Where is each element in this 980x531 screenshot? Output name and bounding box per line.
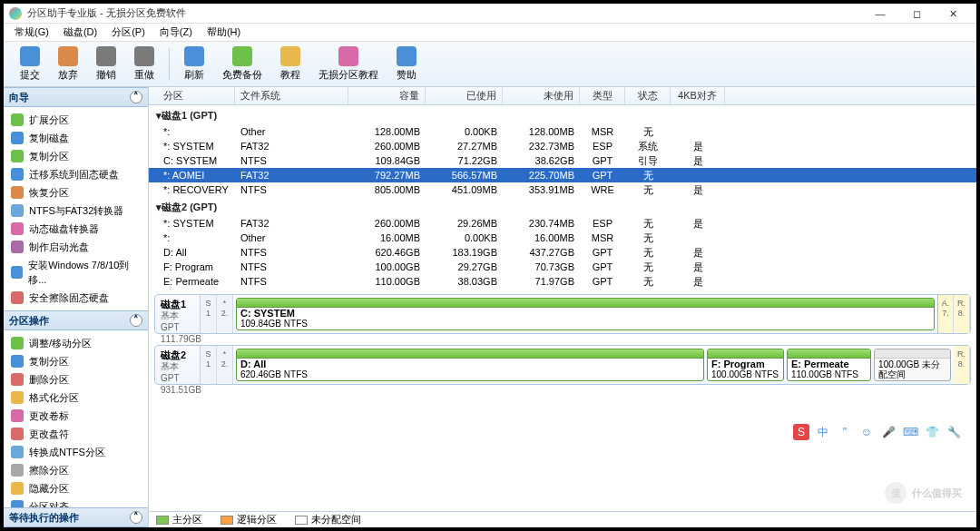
toolbar-label: 无损分区教程: [318, 68, 378, 82]
cell: 无: [625, 246, 671, 260]
col-header[interactable]: 状态: [625, 87, 671, 104]
cell: 70.73GB: [503, 261, 580, 272]
sidebar-item[interactable]: 隐藏分区: [4, 479, 148, 497]
cell: 109.84GB: [348, 155, 426, 166]
sidebar-item[interactable]: 安装Windows 7/8/10到移...: [4, 256, 148, 289]
partition-block[interactable]: D: All620.46GB NTFS: [236, 349, 704, 381]
ime-keyboard[interactable]: ⌨: [902, 424, 918, 440]
wizard-panel-header[interactable]: 向导 ˄: [4, 87, 148, 107]
partition-block[interactable]: 100.00GB 未分配空间: [874, 349, 951, 381]
toolbar-icon: [232, 46, 252, 66]
sidebar-item[interactable]: 格式化分区: [4, 388, 148, 407]
toolbar-免费备份[interactable]: 免费备份: [213, 43, 271, 85]
sidebar-item[interactable]: 复制分区: [4, 352, 148, 370]
menu-item[interactable]: 磁盘(D): [56, 25, 104, 39]
partition-block[interactable]: E: Permeate110.00GB NTFS: [787, 349, 871, 381]
close-button[interactable]: ✕: [935, 4, 971, 24]
disk-group[interactable]: ▾ 磁盘1 (GPT): [149, 105, 976, 124]
sidebar-item[interactable]: 转换成NTFS分区: [4, 443, 148, 461]
cell: MSR: [580, 232, 625, 243]
ime-lang[interactable]: 中: [815, 424, 831, 440]
partition-row[interactable]: C: SYSTEMNTFS109.84GB71.22GB38.62GBGPT引导…: [149, 153, 976, 168]
sidebar-item[interactable]: 迁移系统到固态硬盘: [4, 165, 148, 183]
item-icon: [11, 464, 24, 477]
toolbar-提交[interactable]: 提交: [11, 43, 49, 85]
toolbar-撤销[interactable]: 撤销: [87, 43, 125, 85]
part-small[interactable]: R.8.: [954, 295, 970, 333]
partition-block[interactable]: F: Program100.00GB NTFS: [707, 349, 784, 381]
ime-toolbar[interactable]: S 中 " ☺ 🎤 ⌨ 👕 🔧: [793, 424, 962, 440]
sidebar-item[interactable]: 安全擦除固态硬盘: [4, 289, 148, 307]
cell: 260.00MB: [348, 218, 426, 229]
col-header[interactable]: 已使用: [426, 87, 503, 104]
disk-bar-2[interactable]: 磁盘2 基本 GPT 931.51GB S1 *2. D: All620.46G…: [154, 345, 971, 385]
cell: GPT: [580, 276, 625, 287]
sidebar-item[interactable]: 恢复分区: [4, 183, 148, 202]
collapse-icon[interactable]: ˄: [130, 91, 142, 103]
toolbar-赞助[interactable]: 赞助: [387, 43, 426, 85]
cell: 是: [671, 140, 725, 153]
ime-punct[interactable]: ": [837, 424, 853, 440]
ime-tool[interactable]: 🔧: [946, 424, 962, 440]
partition-row[interactable]: *:Other128.00MB0.00KB128.00MBMSR无: [149, 124, 976, 139]
partition-block[interactable]: C: SYSTEM109.84GB NTFS: [236, 298, 935, 330]
item-label: 分区对齐: [29, 499, 69, 507]
partition-row[interactable]: *: AOMEIFAT32792.27MB566.57MB225.70MBGPT…: [149, 168, 976, 182]
sidebar: 向导 ˄ 扩展分区复制磁盘复制分区迁移系统到固态硬盘恢复分区NTFS与FAT32…: [4, 87, 149, 527]
item-label: 转换成NTFS分区: [29, 445, 105, 459]
partition-row[interactable]: *:Other16.00MB0.00KB16.00MBMSR无: [149, 231, 976, 245]
partition-row[interactable]: E: PermeateNTFS110.00GB38.03GB71.97GBGPT…: [149, 274, 976, 289]
ime-skin[interactable]: 👕: [924, 424, 940, 440]
col-header[interactable]: 未使用: [503, 87, 580, 104]
col-header[interactable]: 文件系统: [235, 87, 348, 104]
minimize-button[interactable]: —: [862, 4, 898, 24]
fill: [788, 349, 870, 359]
sidebar-item[interactable]: 调整/移动分区: [4, 334, 148, 352]
toolbar-重做[interactable]: 重做: [125, 43, 163, 85]
ime-emoji[interactable]: ☺: [858, 424, 875, 440]
cell: 无: [625, 183, 671, 197]
disk-bar-1[interactable]: 磁盘1 基本 GPT 111.79GB S1 *2. C: SYSTEM109.…: [154, 294, 971, 334]
disk-group[interactable]: ▾ 磁盘2 (GPT): [149, 197, 976, 216]
partition-row[interactable]: *: SYSTEMFAT32260.00MB29.26MB230.74MBESP…: [149, 216, 976, 231]
cell: 0.00KB: [426, 232, 503, 243]
toolbar-无损分区教程[interactable]: 无损分区教程: [309, 43, 387, 85]
col-header[interactable]: 4KB对齐: [671, 87, 725, 104]
partition-row[interactable]: *: SYSTEMFAT32260.00MB27.27MB232.73MBESP…: [149, 139, 976, 153]
item-icon: [11, 500, 24, 507]
toolbar-教程[interactable]: 教程: [271, 43, 309, 85]
sidebar-item[interactable]: 动态磁盘转换器: [4, 220, 148, 238]
sidebar-item[interactable]: 制作启动光盘: [4, 238, 148, 256]
collapse-icon[interactable]: ˄: [130, 314, 142, 327]
sidebar-item[interactable]: NTFS与FAT32转换器: [4, 202, 148, 220]
partition-row[interactable]: F: ProgramNTFS100.00GB29.27GB70.73GBGPT无…: [149, 260, 976, 274]
sidebar-item[interactable]: 复制分区: [4, 147, 148, 165]
part-small[interactable]: A.7.: [937, 295, 954, 333]
menu-item[interactable]: 帮助(H): [200, 25, 248, 39]
partition-row[interactable]: *: RECOVERYNTFS805.00MB451.09MB353.91MBW…: [149, 182, 976, 197]
sidebar-item[interactable]: 更改卷标: [4, 407, 148, 425]
ime-voice[interactable]: 🎤: [880, 424, 897, 440]
toolbar-放弃[interactable]: 放弃: [49, 43, 87, 85]
maximize-button[interactable]: ◻: [898, 4, 935, 24]
cell: 38.03GB: [426, 276, 503, 287]
sidebar-item[interactable]: 分区对齐: [4, 497, 148, 507]
sidebar-item[interactable]: 删除分区: [4, 370, 148, 388]
sidebar-item[interactable]: 更改盘符: [4, 425, 148, 443]
ops-panel-header[interactable]: 分区操作 ˄: [4, 310, 148, 330]
menu-item[interactable]: 常规(G): [7, 25, 56, 39]
sidebar-item[interactable]: 擦除分区: [4, 461, 148, 479]
sidebar-item[interactable]: 复制磁盘: [4, 129, 148, 147]
menu-item[interactable]: 向导(Z): [152, 25, 200, 39]
col-header[interactable]: 分区: [149, 87, 235, 104]
col-header[interactable]: 容量: [348, 87, 426, 104]
sidebar-item[interactable]: 扩展分区: [4, 111, 148, 129]
pending-panel-header[interactable]: 等待执行的操作 ˄: [4, 507, 148, 527]
menu-item[interactable]: 分区(P): [104, 25, 152, 39]
partition-row[interactable]: D: AllNTFS620.46GB183.19GB437.27GBGPT无是: [149, 245, 976, 260]
toolbar-刷新[interactable]: 刷新: [175, 43, 213, 85]
col-header[interactable]: 类型: [580, 87, 625, 104]
collapse-icon[interactable]: ˄: [130, 511, 142, 524]
part-small[interactable]: R.8.: [954, 346, 970, 384]
ime-icon[interactable]: S: [793, 424, 809, 440]
